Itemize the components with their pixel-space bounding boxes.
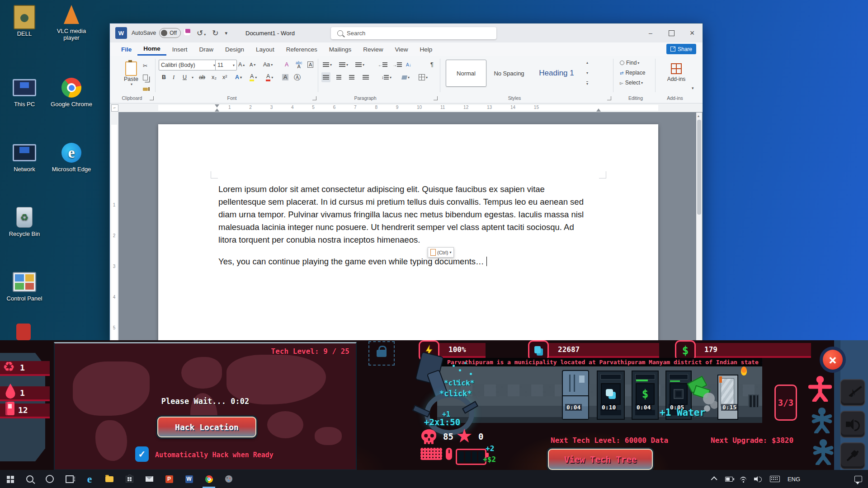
- italic-icon[interactable]: I: [171, 72, 176, 82]
- task-view-button[interactable]: [60, 470, 80, 488]
- style-heading1[interactable]: Heading 1: [532, 60, 581, 87]
- font-name-combo[interactable]: Calibri (Body)▾: [159, 60, 217, 70]
- save-icon[interactable]: [184, 29, 190, 37]
- scroll-up-icon[interactable]: ▴: [698, 114, 699, 118]
- find-button[interactable]: Find▾: [618, 59, 641, 67]
- pilcrow-icon[interactable]: ¶: [429, 60, 435, 70]
- decrease-indent-icon[interactable]: ←: [377, 60, 389, 70]
- desktop-icon-chrome[interactable]: Google Chrome: [51, 76, 92, 108]
- collapse-ribbon-icon[interactable]: ▾: [690, 83, 695, 93]
- justify-icon[interactable]: [361, 72, 370, 82]
- desktop-icon-dell[interactable]: DELL: [4, 5, 45, 37]
- qat-customize-icon[interactable]: ▾: [225, 30, 228, 36]
- shrink-font-icon[interactable]: A▾: [248, 60, 257, 70]
- horizontal-ruler[interactable]: ⌐ 1 2 3 4 5 6 7 8 9 10 11 12 13 14 15: [110, 103, 703, 113]
- powerpoint-taskbar-icon[interactable]: P: [159, 470, 179, 488]
- shading-letter-icon[interactable]: A: [281, 72, 290, 82]
- tab-view[interactable]: View: [389, 44, 414, 55]
- money-machine[interactable]: $: [632, 371, 659, 420]
- auto-hack-checkbox[interactable]: ✓: [135, 446, 149, 462]
- styles-dialog-launcher[interactable]: [607, 96, 611, 100]
- word-taskbar-icon[interactable]: W: [179, 470, 199, 488]
- superscript-icon[interactable]: x²: [221, 72, 228, 82]
- change-case-icon[interactable]: Aa▾: [262, 60, 274, 70]
- desktop-icon-network[interactable]: Network: [4, 141, 45, 173]
- volume-tray-icon[interactable]: [750, 470, 766, 488]
- lock-slot[interactable]: [368, 341, 395, 366]
- tab-insert[interactable]: Insert: [166, 44, 193, 55]
- game-close-button[interactable]: ×: [823, 350, 843, 370]
- language-indicator[interactable]: ENG: [784, 470, 804, 488]
- copy-icon[interactable]: [142, 72, 149, 82]
- search-input[interactable]: Search: [331, 27, 496, 39]
- styles-gallery-arrows[interactable]: ▴▾▾: [584, 61, 591, 86]
- line-spacing-icon[interactable]: ↕▾: [380, 72, 393, 82]
- align-center-icon[interactable]: [335, 72, 343, 82]
- vertical-scrollbar[interactable]: ▴: [696, 113, 702, 340]
- battery-tray-icon[interactable]: [722, 470, 736, 488]
- underline-caret-icon[interactable]: ▾: [189, 72, 195, 82]
- paragraph-1[interactable]: Lorem ipsum dolor sit amet consectetur a…: [218, 183, 591, 246]
- paste-options-popup[interactable]: (Ctrl)▾: [428, 247, 454, 258]
- tab-home[interactable]: Home: [137, 43, 166, 56]
- touch-keyboard-tray-icon[interactable]: [766, 470, 784, 488]
- replace-button[interactable]: ⇄Replace: [618, 69, 646, 77]
- hack-location-button[interactable]: Hack Location: [157, 417, 256, 437]
- file-explorer-taskbar-icon[interactable]: [99, 470, 119, 488]
- clipboard-dialog-launcher[interactable]: [150, 96, 154, 100]
- grow-font-icon[interactable]: A▴: [237, 60, 246, 70]
- pin-mute-button[interactable]: [840, 442, 865, 469]
- font-size-combo[interactable]: 11▾: [215, 60, 237, 70]
- underline-icon[interactable]: U: [181, 72, 188, 82]
- addins-button[interactable]: Add-ins: [662, 60, 690, 86]
- minimize-button[interactable]: –: [640, 23, 661, 42]
- mail-taskbar-icon[interactable]: [139, 470, 159, 488]
- close-button[interactable]: ×: [682, 23, 703, 42]
- style-no-spacing[interactable]: No Spacing: [489, 60, 529, 87]
- multilevel-list-icon[interactable]: ▾: [354, 60, 366, 70]
- desktop-icon-recycle-bin[interactable]: ♻ Recycle Bin: [4, 206, 45, 237]
- tab-file[interactable]: File: [115, 44, 137, 55]
- tab-mailings[interactable]: Mailings: [323, 44, 358, 55]
- tab-design[interactable]: Design: [219, 44, 250, 55]
- action-center-icon[interactable]: [848, 470, 868, 488]
- paragraph-dialog-launcher[interactable]: [434, 96, 438, 100]
- first-line-indent-marker[interactable]: [215, 104, 219, 108]
- chrome-taskbar-icon[interactable]: [199, 470, 219, 488]
- desktop-icon-this-pc[interactable]: This PC: [4, 76, 45, 108]
- share-button[interactable]: ↗Share: [666, 44, 696, 54]
- format-painter-icon[interactable]: [142, 84, 151, 94]
- water-cooler-machine[interactable]: [717, 375, 738, 420]
- desktop-icon-control-panel[interactable]: Control Panel: [4, 270, 45, 302]
- increase-indent-icon[interactable]: →: [391, 60, 403, 70]
- tab-references[interactable]: References: [280, 44, 323, 55]
- borders-icon[interactable]: ▾: [417, 72, 429, 82]
- bullets-icon[interactable]: ▾: [321, 60, 333, 70]
- vertical-ruler[interactable]: 1 2 3 4 5: [110, 112, 118, 341]
- maximize-button[interactable]: [661, 23, 682, 42]
- redo-icon[interactable]: ↻: [212, 28, 218, 38]
- align-right-icon[interactable]: [348, 72, 356, 82]
- fridge-machine[interactable]: [562, 370, 589, 420]
- tab-draw[interactable]: Draw: [193, 44, 220, 55]
- character-border-icon[interactable]: A: [306, 60, 315, 70]
- store-taskbar-icon[interactable]: [119, 470, 139, 488]
- tab-layout[interactable]: Layout: [250, 44, 280, 55]
- paragraph-2[interactable]: Yes, you can continue playing the game e…: [218, 255, 591, 268]
- start-button[interactable]: [0, 470, 20, 488]
- subscript-icon[interactable]: x₂: [210, 72, 218, 82]
- view-tech-tree-button[interactable]: View Tech Tree: [548, 449, 653, 470]
- bold-icon[interactable]: B: [160, 72, 167, 82]
- taskbar-search-button[interactable]: [20, 470, 40, 488]
- select-button[interactable]: ▻Select▾: [618, 79, 644, 87]
- tab-review[interactable]: Review: [357, 44, 389, 55]
- enclose-characters-icon[interactable]: Ⓐ: [292, 72, 302, 82]
- hanging-indent-marker[interactable]: [215, 108, 219, 112]
- document-page[interactable]: Lorem ipsum dolor sit amet consectetur a…: [158, 124, 658, 341]
- desktop-icon-vlc[interactable]: VLC media player: [51, 3, 92, 41]
- numbering-icon[interactable]: ▾: [338, 60, 349, 70]
- style-normal[interactable]: Normal: [446, 60, 486, 87]
- autosave-toggle[interactable]: Off: [159, 28, 181, 38]
- cut-icon[interactable]: ✂: [142, 61, 149, 70]
- cortana-button[interactable]: [40, 470, 60, 488]
